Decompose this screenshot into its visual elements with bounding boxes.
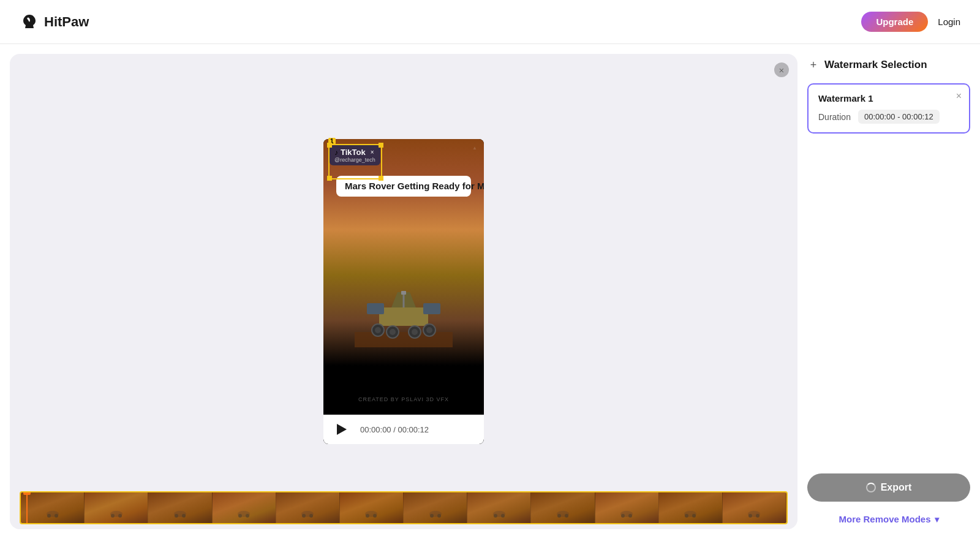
frame-rover-icon-9 (556, 510, 570, 521)
svg-point-41 (565, 514, 568, 518)
svg-point-20 (118, 514, 122, 518)
frame-rover-icon-10 (619, 510, 634, 521)
video-close-button[interactable]: × (774, 62, 789, 77)
svg-point-10 (412, 329, 418, 335)
duration-label: Duration (818, 112, 851, 122)
corner-handle-tr[interactable] (379, 143, 383, 148)
hitpaw-logo-icon (20, 12, 39, 32)
svg-point-22 (175, 514, 178, 518)
svg-point-37 (494, 514, 497, 518)
video-controls-bar: 00:00:00 / 00:00:12 (323, 415, 484, 444)
timeline-frame-11 (659, 492, 723, 523)
svg-point-31 (366, 514, 369, 518)
svg-point-17 (55, 514, 58, 518)
svg-point-29 (309, 514, 313, 518)
login-button[interactable]: Login (938, 17, 960, 27)
svg-point-46 (685, 514, 688, 518)
export-spinner-icon (866, 483, 876, 492)
video-black-area: CREATED BY PSLAVI 3D VFX (323, 366, 484, 415)
corner-handle-tl[interactable] (327, 143, 332, 148)
frame-rover-icon-11 (683, 510, 698, 521)
time-display: 00:00:00 / 00:00:12 (360, 425, 429, 434)
frame-rover-icon-6 (364, 510, 379, 521)
timeline-area (10, 486, 797, 529)
corner-handle-br[interactable] (379, 176, 383, 181)
watermark-selection-title: Watermark Selection (824, 59, 927, 71)
more-modes-label: More Remove Modes (839, 514, 930, 524)
timeline-playhead[interactable] (23, 491, 31, 495)
svg-rect-14 (401, 291, 406, 295)
frame-rover-icon-8 (492, 510, 507, 521)
frame-rover-icon-7 (428, 510, 443, 521)
watermark-card-title: Watermark 1 (818, 93, 959, 104)
main-content: × 1 ♪ TikTok × @recharge_t (0, 44, 980, 539)
frame-rover-icon (45, 510, 60, 521)
svg-point-38 (501, 514, 505, 518)
svg-rect-0 (355, 332, 453, 347)
svg-point-32 (373, 514, 377, 518)
svg-rect-1 (379, 307, 428, 326)
svg-point-8 (390, 329, 396, 335)
svg-point-40 (557, 514, 561, 518)
svg-point-35 (437, 514, 441, 518)
video-container: 1 ♪ TikTok × @recharge_tech (323, 139, 484, 444)
terrain-detail: ▲ (472, 145, 478, 151)
svg-point-16 (47, 514, 51, 518)
watermark-card-close-button[interactable]: × (956, 91, 962, 102)
timeline-frame-2 (85, 492, 148, 523)
timeline-frame-5 (276, 492, 340, 523)
timeline-frame-6 (340, 492, 404, 523)
svg-point-49 (748, 514, 752, 518)
watermark-selection-box[interactable]: 1 (328, 144, 382, 179)
timeline-frame-7 (404, 492, 467, 523)
chevron-down-icon: ▾ (935, 514, 939, 524)
svg-point-19 (111, 514, 115, 518)
timeline-frame-4 (213, 492, 276, 523)
watermark-card: Watermark 1 × Duration 00:00:00 - 00:00:… (807, 83, 970, 134)
svg-point-50 (756, 514, 760, 518)
watermark-selection-header: + Watermark Selection (807, 54, 970, 76)
play-icon (337, 424, 347, 435)
video-frame: ♪ TikTok × @recharge_tech Mars Rover Get… (323, 139, 484, 444)
svg-point-12 (426, 327, 432, 333)
svg-point-6 (375, 327, 381, 333)
svg-point-43 (621, 514, 625, 518)
svg-rect-3 (367, 303, 384, 314)
export-button-label: Export (881, 482, 912, 493)
frame-rover-icon-2 (109, 510, 124, 521)
add-watermark-icon[interactable]: + (807, 59, 820, 71)
right-panel: + Watermark Selection Watermark 1 × Dura… (802, 44, 980, 539)
rover-svg (355, 286, 453, 347)
timeline-frame-12 (723, 492, 786, 523)
svg-point-26 (246, 514, 249, 518)
frame-rover-icon-4 (236, 510, 251, 521)
timeline-frame-3 (148, 492, 212, 523)
svg-point-34 (430, 514, 434, 518)
logo-text: HitPaw (44, 14, 89, 30)
timeline-frame-8 (467, 492, 531, 523)
frame-rover-icon-3 (173, 510, 187, 521)
play-button[interactable] (333, 421, 350, 438)
upgrade-button[interactable]: Upgrade (861, 12, 928, 32)
timeline-frame-1 (21, 492, 85, 523)
watermark-duration-row: Duration 00:00:00 - 00:00:12 (818, 110, 959, 124)
duration-value: 00:00:00 - 00:00:12 (858, 110, 940, 124)
svg-point-28 (302, 514, 306, 518)
timeline-frame-10 (595, 492, 659, 523)
timeline-track[interactable] (20, 491, 788, 524)
timeline-frame-9 (531, 492, 595, 523)
frame-rover-icon-12 (747, 510, 761, 521)
svg-point-23 (182, 514, 186, 518)
export-button[interactable]: Export (807, 473, 970, 502)
header: HitPaw Upgrade Login (0, 0, 980, 44)
svg-point-47 (692, 514, 696, 518)
frame-rover-icon-5 (300, 510, 315, 521)
header-actions: Upgrade Login (861, 12, 960, 32)
corner-handle-bl[interactable] (327, 176, 332, 181)
video-panel: × 1 ♪ TikTok × @recharge_t (10, 54, 797, 529)
created-by-text: CREATED BY PSLAVI 3D VFX (358, 396, 449, 402)
more-remove-modes-button[interactable]: More Remove Modes ▾ (807, 509, 970, 529)
svg-rect-4 (423, 303, 440, 314)
logo: HitPaw (20, 12, 89, 32)
svg-point-25 (238, 514, 242, 518)
